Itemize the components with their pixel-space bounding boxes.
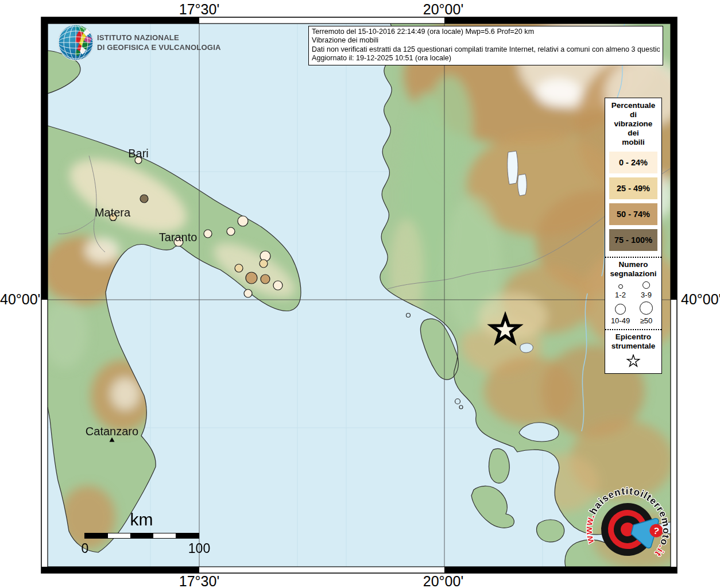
legend-box: Percentuale di vibrazione dei mobili 0 -… <box>605 98 662 374</box>
report-dot <box>261 274 270 284</box>
legend-pct-title-line: dei <box>605 129 661 138</box>
scalebar-segment <box>130 533 153 538</box>
city-label: Matera <box>95 206 131 219</box>
info-line-question: Vibrazione dei mobili <box>312 36 660 45</box>
ingv-logo-icon <box>56 23 96 63</box>
epicenter-legend-star-icon <box>626 354 641 368</box>
report-dot <box>227 227 235 235</box>
size-label: 1-2 <box>615 291 626 299</box>
map-page: 17°30' 20°00' 17°30' 20°00' 40°00' 40°00… <box>0 0 720 588</box>
legend-swatch: 0 - 24% <box>609 152 657 173</box>
legend-epi-title-line: Epicentro <box>605 332 661 342</box>
city-label: Taranto <box>159 231 198 243</box>
scalebar-start: 0 <box>82 541 89 556</box>
size-item: ≥50 <box>633 301 659 325</box>
axis-label-left: 40°00' <box>0 291 38 308</box>
legend-num-title-line: segnalazioni <box>605 269 661 278</box>
report-dot <box>238 216 248 226</box>
city-label: Catanzaro <box>86 425 138 438</box>
size-item: 3-9 <box>633 281 659 299</box>
epicenter-legend-star <box>605 351 661 373</box>
ingv-line2: DI GEOFISICA E VULCANOLOGIA <box>97 42 221 52</box>
scalebar-segment <box>108 533 131 538</box>
scalebar-segment <box>85 533 108 538</box>
legend-pct-title-line: vibrazione <box>605 119 661 129</box>
ingv-line1: ISTITUTO NAZIONALE <box>97 33 221 42</box>
legend-pct-title-line: Percentuale <box>605 101 661 110</box>
axis-label-top-left: 17°30' <box>179 1 219 18</box>
legend-swatch: 75 - 100% <box>609 229 657 251</box>
size-item: 10-49 <box>607 301 633 325</box>
axis-label-top-right: 20°00' <box>423 1 463 18</box>
axis-label-right: 40°00' <box>681 291 720 308</box>
haisentitoilterremoto-watermark: ? www.haisentitoilterremoto.it <box>576 478 679 581</box>
info-line-updated: Aggiornato il: 19-12-2025 10:51 (ora loc… <box>312 54 660 63</box>
report-dot <box>244 289 252 297</box>
legend-pct-title-line: mobili <box>605 138 661 147</box>
legend-swatch: 25 - 49% <box>609 177 657 199</box>
info-line-disclaimer: Dati non verificati estratti da 125 ques… <box>312 45 660 54</box>
legend-num-title: Numero segnalazioni <box>605 257 661 278</box>
report-dot <box>140 195 148 203</box>
legend-epi-title-line: strumentale <box>605 342 661 351</box>
legend-pct-title-line: di <box>605 110 661 119</box>
axis-label-bottom-right: 20°00' <box>423 573 463 588</box>
info-line-event: Terremoto del 15-10-2016 22:14:49 (ora l… <box>312 28 660 36</box>
report-dot <box>235 264 243 272</box>
scalebar-segment <box>176 533 199 538</box>
ingv-wordmark: ISTITUTO NAZIONALE DI GEOFISICA E VULCAN… <box>97 33 221 52</box>
size-item: 1-2 <box>607 281 633 299</box>
report-dot <box>273 281 282 290</box>
size-label: ≥50 <box>640 316 653 325</box>
size-circle-icon <box>618 284 623 289</box>
size-circle-icon <box>615 304 626 315</box>
report-dot <box>204 230 212 238</box>
legend-epi-title: Epicentro strumentale <box>605 329 661 351</box>
scalebar-segment <box>153 533 176 538</box>
legend-pct-title: Percentuale di vibrazione dei mobili <box>605 98 661 147</box>
scalebar-title: km <box>115 510 168 529</box>
scalebar-end: 100 <box>188 541 210 556</box>
axis-label-bottom-left: 17°30' <box>179 573 219 588</box>
size-circle-icon <box>642 281 650 289</box>
city-label: Bari <box>128 147 149 160</box>
size-label: 3-9 <box>641 291 652 299</box>
report-dot <box>246 272 257 284</box>
pct-swatches: 0 - 24%25 - 49%50 - 74%75 - 100% <box>605 147 661 257</box>
event-info-box: Terremoto del 15-10-2016 22:14:49 (ora l… <box>308 26 663 65</box>
size-grid: 1-23-910-49≥50 <box>605 278 661 329</box>
legend-swatch: 50 - 74% <box>609 203 657 225</box>
size-circle-icon <box>640 301 653 315</box>
size-label: 10-49 <box>611 316 630 325</box>
report-dot <box>260 260 268 268</box>
scalebar-bar <box>84 533 199 539</box>
legend-num-title-line: Numero <box>605 260 661 269</box>
